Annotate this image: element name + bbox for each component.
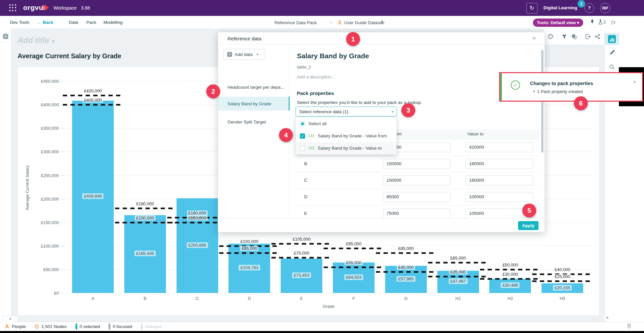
help-button[interactable]: ? [584, 3, 594, 13]
chart-title: Average Current Salary by Grade [18, 52, 121, 60]
value-from-input[interactable]: 75000 [383, 209, 451, 218]
screenshot-bottom-border [0, 331, 644, 333]
description-placeholder[interactable]: Add a description... [297, 74, 335, 79]
sidebar-item-2[interactable]: Salary Band by Grade [218, 97, 290, 111]
status-item-0-selected[interactable]: 0 selected [75, 324, 100, 329]
palette-icon[interactable] [548, 34, 553, 39]
orgvue-logo-arrows-icon [43, 5, 49, 11]
y-tick-label: £350,000 [32, 126, 59, 131]
breadcrumb-dataset[interactable]: User Guide Dataset [344, 20, 383, 25]
back-button[interactable]: ← Back [37, 20, 54, 25]
status-item-changes[interactable]: changes [141, 324, 162, 329]
status-label: People [12, 324, 26, 329]
value-to-input[interactable]: 420000 [465, 142, 533, 152]
layers-icon[interactable] [571, 34, 577, 39]
sync-icon[interactable]: ↻ [381, 20, 385, 25]
numeric-type-icon: 123 [308, 146, 314, 150]
pin-icon[interactable] [590, 19, 595, 24]
dropdown-option-1[interactable]: ✓123Salary Band by Grade - Value from [296, 130, 396, 142]
app-launcher-icon[interactable] [9, 4, 17, 12]
share-icon[interactable] [595, 34, 600, 39]
apply-button[interactable]: Apply [518, 221, 539, 230]
edit-pencil-icon[interactable] [609, 50, 615, 55]
collapse-arrows[interactable]: « [606, 315, 609, 320]
status-label: 1,501 Nodes [41, 324, 67, 329]
close-icon[interactable]: × [533, 35, 536, 42]
grade-cell: E [304, 211, 307, 216]
chevron-down-icon: ▾ [577, 20, 579, 25]
band-to-label: £105,000 [291, 237, 312, 242]
fx-icon[interactable]: ƒx [611, 20, 616, 25]
breadcrumb-pack[interactable]: Reference Data Pack [274, 20, 317, 25]
value-to-input[interactable]: 100000 [465, 192, 533, 202]
x-axis-title: Grade [323, 304, 335, 309]
close-icon[interactable]: × [633, 79, 636, 85]
menu-data[interactable]: Data [69, 20, 78, 25]
chart-view-icon[interactable] [608, 35, 616, 43]
unchecked-checkbox[interactable] [300, 146, 305, 151]
ring-gray-icon [108, 324, 110, 329]
value-from-input[interactable]: 150000 [383, 159, 451, 169]
band-from-dashed-line [428, 276, 488, 277]
checked-checkbox[interactable]: ✓ [300, 133, 305, 139]
band-to-dashed-line [428, 262, 488, 263]
x-tick-label: B [143, 296, 146, 301]
refresh-icon[interactable]: ↻ [526, 3, 538, 14]
toolbox-divider [557, 33, 558, 40]
band-from-dashed-line [219, 252, 279, 254]
status-item-1-501-nodes[interactable]: 1,501 Nodes [34, 324, 67, 329]
bar-value-label: £104,783 [239, 265, 260, 270]
filter-icon[interactable] [562, 34, 567, 39]
status-label: 0 focused [113, 324, 132, 329]
avatar[interactable]: RP [600, 3, 610, 13]
expand-panel-tab[interactable]: » [3, 316, 18, 322]
option-label: Salary Band by Grade - Value to [318, 146, 382, 151]
bar-value-label: £47,467 [449, 278, 467, 284]
value-to-input[interactable]: 160000 [465, 175, 533, 185]
workspace-label: Workspace [54, 5, 77, 11]
select-reference-data-dropdown[interactable]: Select reference data (1) ▾ [296, 107, 397, 117]
trash-icon[interactable] [627, 323, 631, 328]
add-tab-button[interactable]: + [3, 34, 8, 39]
add-data-button[interactable]: + Add data ▾ [223, 49, 265, 60]
person-icon [5, 324, 10, 329]
band-to-label: £65,000 [449, 256, 467, 261]
menu-dev-tools[interactable]: Dev Tools [10, 20, 29, 25]
band-from-label: £150,000 [135, 215, 155, 220]
annotation-circle-3: 3 [401, 103, 415, 117]
x-tick-label: H1 [455, 296, 461, 301]
value-from-input[interactable]: 85000 [383, 192, 451, 202]
account-name[interactable]: Digital Learning [543, 5, 577, 10]
menu-pack[interactable]: Pack [86, 20, 96, 25]
value-to-input[interactable]: 180000 [465, 159, 533, 169]
plus-icon: + [227, 52, 232, 57]
indeterminate-checkbox[interactable] [300, 121, 305, 126]
value-from-input[interactable]: 150000 [383, 175, 451, 185]
search-icon[interactable] [609, 64, 615, 70]
lens-icon[interactable]: 2 [598, 19, 606, 24]
band-from-dashed-line [532, 280, 592, 282]
notification-badge[interactable]: 1 [578, 0, 585, 8]
band-from-label: £35,000 [449, 269, 467, 274]
status-item-0-focused[interactable]: 0 focused [108, 324, 132, 329]
status-bar: People1,501 Nodes0 selected0 focusedchan… [0, 322, 644, 331]
sidebar-item-1[interactable]: Headcount target per depa... [218, 80, 290, 94]
y-tick-label: £50,000 [32, 267, 59, 272]
band-from-dashed-line [115, 222, 175, 223]
tools-default-view-button[interactable]: Tools: Default view ▾ [533, 19, 583, 27]
select-all-option[interactable]: Select all [296, 118, 396, 130]
back-arrow-icon: ← [37, 20, 42, 25]
export-icon[interactable] [585, 34, 591, 39]
chart-title-placeholder[interactable]: Add title▾ [18, 36, 55, 45]
band-from-label: £25,000 [553, 274, 572, 279]
annotation-circle-4: 4 [279, 128, 293, 142]
dropdown-option-2[interactable]: 123Salary Band by Grade - Value to [296, 142, 396, 154]
menu-modelling[interactable]: Modelling [103, 20, 123, 25]
row-separator [293, 205, 539, 206]
sidebar-item-3[interactable]: Gender Split Target [218, 115, 290, 129]
reference-data-dropdown-menu: Select all ✓123Salary Band by Grade - Va… [296, 117, 397, 155]
table-id: table_2 [297, 65, 311, 70]
status-item-people[interactable]: People [5, 324, 26, 329]
band-from-label: £75,000 [293, 251, 311, 256]
bar-value-label: £200,886 [186, 242, 208, 248]
